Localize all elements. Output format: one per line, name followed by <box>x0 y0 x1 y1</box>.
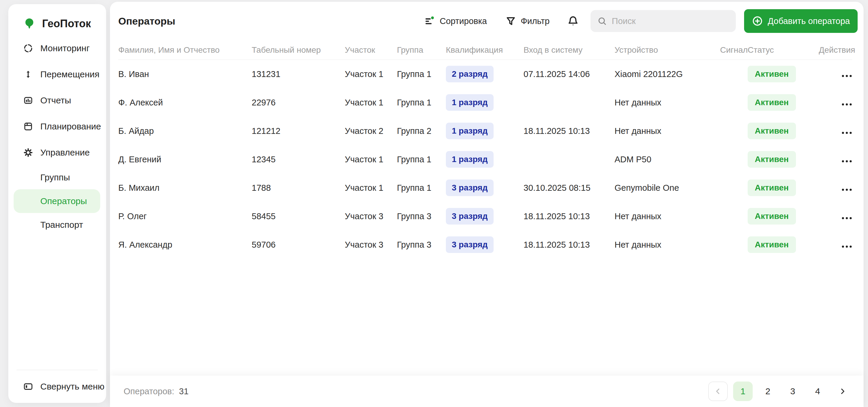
status-badge: Активен <box>748 94 796 111</box>
sidebar-item-label: Планирование <box>40 122 101 132</box>
add-operator-button[interactable]: Добавить оператора <box>744 9 858 33</box>
device: Xiaomi 2201122G <box>615 69 720 79</box>
bell-icon <box>567 15 579 27</box>
row-actions-button[interactable] <box>841 159 852 164</box>
sidebar-item-reports[interactable]: Отчеты <box>8 88 106 113</box>
status-badge: Активен <box>748 179 796 196</box>
table-row[interactable]: Я. Александр 59706 Участок 3 Группа 3 3 … <box>118 231 852 259</box>
add-operator-label: Добавить оператора <box>768 16 850 26</box>
table-row[interactable]: Б. Айдар 121212 Участок 2 Группа 2 1 раз… <box>118 117 852 145</box>
sidebar-item-management[interactable]: Управление <box>8 139 106 166</box>
operator-name: Д. Евгений <box>118 155 252 164</box>
sort-label: Сортировка <box>440 16 487 26</box>
tab-number: 58455 <box>252 211 345 221</box>
section: Участок 3 <box>345 211 397 221</box>
table-body: В. Иван 131231 Участок 1 Группа 1 2 разр… <box>118 60 852 259</box>
main-panel: Операторы Сортировка Фильтр <box>110 2 864 407</box>
sidebar-subitem-operators[interactable]: Операторы <box>13 189 100 213</box>
tab-number: 1788 <box>252 183 345 193</box>
tab-number: 12345 <box>252 155 345 164</box>
table-row[interactable]: Б. Михаил 1788 Участок 1 Группа 1 3 разр… <box>118 174 852 202</box>
sidebar-item-label: Перемещения <box>40 69 100 79</box>
table-footer: Операторов: 31 1234 <box>110 376 864 407</box>
app-title: ГеоПоток <box>42 18 91 30</box>
pagination-pages: 1234 <box>733 381 827 401</box>
plus-circle-icon <box>752 15 763 27</box>
tab-number: 59706 <box>252 240 345 250</box>
page-button-2[interactable]: 2 <box>758 381 778 401</box>
page-button-3[interactable]: 3 <box>783 381 803 401</box>
device: Нет данных <box>615 211 720 221</box>
sidebar-subitem-groups[interactable]: Группы <box>13 166 100 189</box>
search-input[interactable] <box>612 16 729 26</box>
sidebar-item-planning[interactable]: Планирование <box>8 113 106 139</box>
device: ADM P50 <box>615 155 720 164</box>
sort-icon <box>424 15 435 27</box>
main-header: Операторы Сортировка Фильтр <box>110 2 864 40</box>
qualification-badge: 3 разряд <box>446 208 494 225</box>
page-button-4[interactable]: 4 <box>808 381 827 401</box>
last-login: 07.11.2025 14:06 <box>524 69 615 79</box>
qualification-badge: 3 разряд <box>446 179 494 196</box>
row-actions-button[interactable] <box>841 215 852 221</box>
tab-number: 131231 <box>252 69 345 79</box>
operators-count-label: Операторов: <box>124 386 174 396</box>
column-header-signal: Сигнал <box>720 45 748 55</box>
management-submenu: Группы Операторы Транспорт <box>8 166 106 237</box>
section: Участок 1 <box>345 155 397 164</box>
section: Участок 2 <box>345 126 397 136</box>
device: Нет данных <box>615 126 720 136</box>
table-row[interactable]: В. Иван 131231 Участок 1 Группа 1 2 разр… <box>118 60 852 88</box>
device: Genymobile One <box>615 183 720 193</box>
up-down-arrows-icon <box>23 69 33 79</box>
next-page-button[interactable] <box>833 381 852 401</box>
group: Группа 3 <box>397 240 446 250</box>
row-actions-button[interactable] <box>841 130 852 136</box>
status-badge: Активен <box>748 66 796 82</box>
group: Группа 1 <box>397 98 446 107</box>
operator-name: В. Иван <box>118 69 252 79</box>
planning-layout-icon <box>23 122 33 132</box>
qualification-badge: 1 разряд <box>446 151 494 168</box>
column-header-tab-number: Табельный номер <box>252 45 345 55</box>
page-title: Операторы <box>118 15 175 27</box>
notifications-button[interactable] <box>567 15 579 27</box>
table-row[interactable]: Ф. Алексей 22976 Участок 1 Группа 1 1 ра… <box>118 88 852 117</box>
sort-button[interactable]: Сортировка <box>424 15 487 27</box>
sidebar-subitem-label: Операторы <box>40 196 87 206</box>
column-header-actions: Действия <box>819 45 855 55</box>
previous-page-button[interactable] <box>708 381 728 401</box>
column-header-group: Группа <box>397 45 446 55</box>
sidebar-item-label: Отчеты <box>40 95 71 105</box>
collapse-menu-button[interactable]: Свернуть меню <box>8 370 106 403</box>
row-actions-button[interactable] <box>841 244 852 249</box>
operators-count-value: 31 <box>179 386 189 396</box>
qualification-badge: 3 разряд <box>446 236 494 253</box>
group: Группа 2 <box>397 126 446 136</box>
sidebar-item-movements[interactable]: Перемещения <box>8 61 106 88</box>
sidebar-item-label: Мониторинг <box>40 43 90 53</box>
group: Группа 1 <box>397 183 446 193</box>
section: Участок 1 <box>345 69 397 79</box>
last-login: 18.11.2025 10:13 <box>524 240 615 250</box>
operator-name: Я. Александр <box>118 240 252 250</box>
table-row[interactable]: Д. Евгений 12345 Участок 1 Группа 1 1 ра… <box>118 145 852 174</box>
sidebar-item-monitoring[interactable]: Мониторинг <box>8 35 106 61</box>
page-button-1[interactable]: 1 <box>733 381 753 401</box>
table-row[interactable]: Р. Олег 58455 Участок 3 Группа 3 3 разря… <box>118 202 852 231</box>
filter-label: Фильтр <box>521 16 549 26</box>
row-actions-button[interactable] <box>841 187 852 193</box>
operator-name: Б. Айдар <box>118 126 252 136</box>
device: Нет данных <box>615 98 720 107</box>
tab-number: 121212 <box>252 126 345 136</box>
row-actions-button[interactable] <box>841 73 852 79</box>
sidebar-subitem-label: Группы <box>40 172 70 182</box>
sidebar-subitem-transport[interactable]: Транспорт <box>13 213 100 237</box>
row-actions-button[interactable] <box>841 102 852 107</box>
bar-chart-icon <box>23 95 33 105</box>
filter-button[interactable]: Фильтр <box>505 15 549 27</box>
geopotok-logo-icon <box>23 18 36 30</box>
status-badge: Активен <box>748 123 796 139</box>
column-header-status: Статус <box>748 45 819 55</box>
sidebar-subitem-label: Транспорт <box>40 220 83 230</box>
